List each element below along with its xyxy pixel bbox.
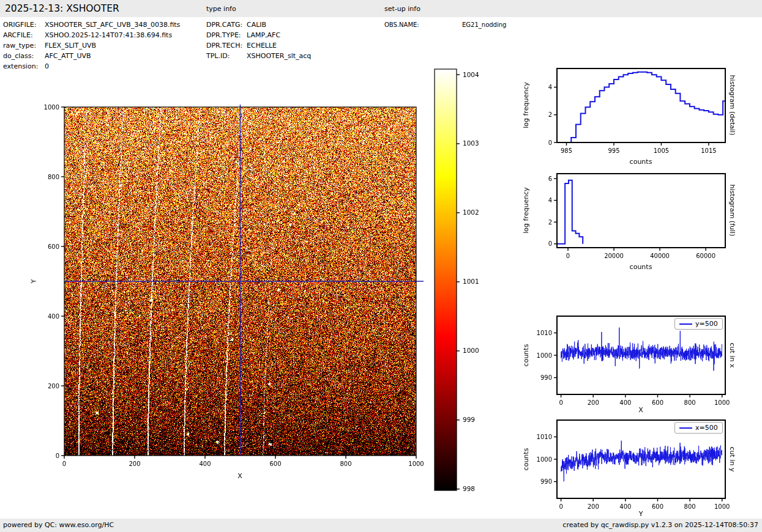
info-value: CALIB: [247, 21, 266, 29]
legend-line-sample: [679, 323, 692, 325]
cut-y-legend: x=500: [674, 422, 723, 434]
hist-detail-xlabel: counts: [630, 158, 652, 166]
cut-y-xlabel: Y: [639, 510, 643, 518]
info-row-do-class: do_class:AFC_ATT_UVB: [3, 51, 180, 61]
info-value: LAMP,AFC: [247, 31, 280, 39]
cut-y-ylabel: counts: [522, 448, 530, 471]
info-value: 0: [45, 62, 49, 70]
hist-full-ylabel: log frequency: [522, 187, 530, 233]
legend-label: x=500: [695, 424, 718, 432]
info-value: ECHELLE: [247, 42, 277, 50]
setup-info-block: OBS.NAME:EG21_nodding: [384, 20, 506, 30]
cut-x-xlabel: X: [638, 406, 643, 414]
info-value: AFC_ATT_UVB: [45, 52, 91, 60]
type-info-heading: type info: [206, 0, 236, 18]
info-label: DPR.TYPE:: [206, 30, 247, 40]
cut-x-ylabel: counts: [522, 344, 530, 367]
legend-line-sample: [679, 427, 692, 429]
info-row-raw-type: raw_type:FLEX_SLIT_UVB: [3, 40, 180, 51]
info-value: EG21_nodding: [462, 21, 506, 28]
info-label: OBS.NAME:: [384, 20, 462, 30]
hist-full-right-label: histogram (full): [728, 185, 736, 237]
cut-in-x-canvas: [517, 306, 762, 416]
info-row-tpl-id: TPL.ID:XSHOOTER_slt_acq: [206, 51, 311, 61]
info-row-dpr-tech: DPR.TECH:ECHELLE: [206, 40, 311, 51]
info-row-dpr-type: DPR.TYPE:LAMP,AFC: [206, 30, 311, 40]
hist-detail-right-label: histogram (detail): [728, 75, 736, 136]
cut-in-y-canvas: [517, 410, 762, 520]
footer-powered-by: powered by QC: www.eso.org/HC: [3, 519, 114, 532]
file-info-block: ORIGFILE:XSHOOTER_SLT_AFC_UVB_348_0038.f…: [3, 20, 180, 72]
info-value: FLEX_SLIT_UVB: [45, 42, 96, 50]
info-label: ORIGFILE:: [3, 20, 45, 30]
type-info-block: DPR.CATG:CALIB DPR.TYPE:LAMP,AFC DPR.TEC…: [206, 20, 311, 61]
main-plot-xlabel: X: [237, 472, 242, 480]
cut-x-legend: y=500: [674, 318, 723, 330]
info-value: XSHOOTER_SLT_AFC_UVB_348_0038.fits: [45, 21, 180, 29]
header-bar: 2025-12-13: XSHOOTER type info set-up in…: [0, 0, 762, 17]
qc-rawdisp-report: 2025-12-13: XSHOOTER type info set-up in…: [0, 0, 762, 532]
info-label: raw_type:: [3, 40, 45, 51]
setup-info-heading: set-up info: [384, 0, 420, 18]
footer-bar: powered by QC: www.eso.org/HC created by…: [0, 519, 762, 532]
info-row-dpr-catg: DPR.CATG:CALIB: [206, 20, 311, 30]
info-row-arcfile: ARCFILE:XSHOO.2025-12-14T07:41:38.694.fi…: [3, 30, 180, 40]
info-row-obs-name: OBS.NAME:EG21_nodding: [384, 20, 506, 30]
histogram-full-canvas: [517, 163, 762, 273]
info-label: extension:: [3, 61, 45, 72]
histogram-detail-canvas: [517, 58, 762, 168]
hist-detail-ylabel: log frequency: [522, 82, 530, 128]
main-plot-ylabel: Y: [30, 279, 38, 284]
info-label: do_class:: [3, 51, 45, 61]
page-title: 2025-12-13: XSHOOTER: [5, 0, 119, 17]
info-value: XSHOO.2025-12-14T07:41:38.694.fits: [45, 31, 172, 39]
info-value: XSHOOTER_slt_acq: [247, 52, 311, 60]
info-label: DPR.TECH:: [206, 40, 247, 51]
info-label: DPR.CATG:: [206, 20, 247, 30]
info-row-origfile: ORIGFILE:XSHOOTER_SLT_AFC_UVB_348_0038.f…: [3, 20, 180, 30]
cut-x-right-label: cut in x: [728, 343, 736, 368]
raw-image-heatmap-canvas: [24, 98, 441, 495]
hist-full-xlabel: counts: [630, 263, 652, 271]
footer-created-by: created by qc_rawdisp.py v1.2.3 on 2025-…: [562, 519, 758, 532]
info-row-extension: extension:0: [3, 61, 180, 72]
colorbar-canvas: [425, 64, 499, 501]
info-label: TPL.ID:: [206, 51, 247, 61]
legend-label: y=500: [695, 320, 718, 328]
cut-y-right-label: cut in y: [728, 447, 736, 472]
info-label: ARCFILE:: [3, 30, 45, 40]
